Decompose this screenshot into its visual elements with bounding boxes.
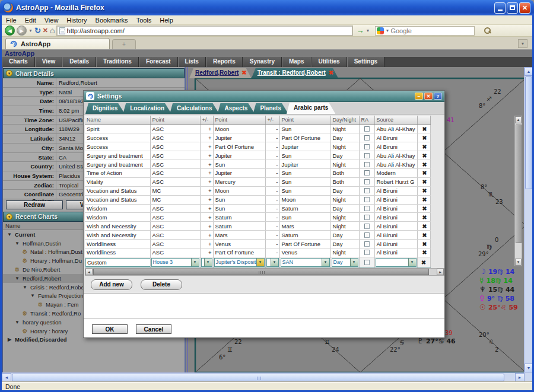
arabic-part-row[interactable]: Surgery and treatmentASC+Jupiter-SunDayA… [85, 151, 430, 160]
table-scroll-right-icon[interactable]: ► [437, 269, 444, 275]
arabic-part-row[interactable]: WisdomASC+Sun-SaturnDayAl Biruni✖ [85, 204, 430, 213]
delete-button[interactable]: Delete [141, 279, 182, 290]
scroll-up-icon[interactable]: ▲ [525, 67, 533, 76]
arabic-part-row[interactable]: SuccessASC+Part Of Fortune-JupiterNightA… [85, 142, 430, 151]
settings-tab-aspects[interactable]: Aspects [218, 103, 255, 114]
delete-row-icon[interactable]: ✖ [417, 222, 430, 231]
chart-gear-icon[interactable]: ⚙ [22, 248, 28, 255]
search-engine-dropdown-icon[interactable]: ▼ [385, 28, 389, 33]
collapse-icon[interactable]: ▼ [6, 213, 12, 220]
settings-tab-arabic-parts[interactable]: Arabic parts [287, 103, 335, 114]
history-dropdown-icon[interactable]: ▼ [28, 28, 33, 33]
ok-button[interactable]: OK [92, 324, 128, 334]
minimize-button[interactable] [494, 2, 506, 14]
back-button[interactable]: ◀ [5, 26, 15, 36]
delete-row-icon[interactable]: ✖ [417, 257, 430, 267]
app-menu-maps[interactable]: Maps [282, 57, 312, 67]
tab-list-dropdown-icon[interactable]: ▼ [518, 39, 527, 48]
ra-checkbox[interactable] [364, 162, 370, 167]
ra-checkbox[interactable] [364, 126, 370, 132]
arabic-part-row[interactable]: WorldlinessASC+Venus-Part Of FortuneDayA… [85, 240, 430, 248]
app-menu-traditions[interactable]: Traditions [96, 57, 139, 67]
column-header[interactable]: +/- [265, 116, 279, 125]
new-tab-button[interactable]: + [112, 39, 136, 49]
home-icon[interactable]: ⌂ [50, 26, 55, 36]
delete-row-icon[interactable]: ✖ [417, 125, 430, 133]
expanded-arrow-icon[interactable]: ▼ [7, 232, 12, 237]
ra-checkbox[interactable] [364, 215, 370, 220]
vertical-scroll-thumb[interactable] [525, 77, 532, 189]
go-button[interactable]: → [354, 26, 364, 35]
arabic-part-row[interactable]: Time of ActionASC+Jupiter-SunBothModern✖ [85, 168, 430, 177]
column-header[interactable]: RA [359, 116, 374, 125]
browser-tab-astroapp[interactable]: AstroApp [5, 38, 110, 49]
app-menu-forecast[interactable]: Forecast [139, 57, 178, 67]
browser-vertical-scrollbar[interactable]: ▲ ▼ [524, 67, 532, 372]
ra-checkbox[interactable] [364, 197, 370, 202]
table-vertical-scrollbar[interactable]: ▲ ▼ [514, 116, 522, 266]
arabic-part-row[interactable]: SuccessASC+Jupiter-Part Of FortuneDayAl … [85, 133, 430, 142]
custom-source-select[interactable]: ▼ [376, 258, 417, 267]
ra-checkbox[interactable] [364, 153, 370, 158]
ra-checkbox[interactable] [364, 179, 370, 184]
arabic-part-row[interactable]: VitalityASC+Mercury-SunBothRobert Hurzt … [85, 177, 430, 186]
expanded-arrow-icon[interactable]: ▼ [14, 241, 20, 246]
dropdown-arrow-icon[interactable]: ▼ [322, 259, 329, 266]
app-menu-details[interactable]: Details [62, 57, 96, 67]
app-menu-synastry[interactable]: Synastry [243, 57, 282, 67]
settings-tab-localization[interactable]: Localization [123, 103, 171, 114]
column-header[interactable]: Point [213, 116, 265, 125]
arabic-part-row[interactable]: Vocation and StatusMC+Moon-SunDayAl Biru… [85, 186, 430, 195]
delete-row-icon[interactable]: ✖ [417, 195, 430, 204]
chart-gear-icon[interactable]: ⚙ [22, 328, 28, 334]
arabic-part-row[interactable]: Surgery and treatmentASC+Sun-JupiterNigh… [85, 160, 430, 169]
custom-ra-checkbox[interactable] [364, 260, 370, 265]
browser-menu-edit[interactable]: Edit [21, 16, 40, 24]
column-header[interactable]: Name [85, 116, 150, 125]
forward-button[interactable]: ▶ [17, 26, 27, 36]
app-menu-charts[interactable]: Charts [2, 57, 35, 67]
table-scroll-left-icon[interactable]: ◄ [85, 269, 93, 275]
custom-plusminus2-select[interactable]: ▼ [266, 258, 279, 267]
delete-row-icon[interactable]: ✖ [417, 186, 430, 195]
url-bar[interactable] [57, 26, 352, 36]
maximize-button[interactable] [507, 2, 518, 14]
table-scroll-up-icon[interactable]: ▲ [515, 116, 522, 123]
dropdown-arrow-icon[interactable]: ▼ [271, 259, 278, 266]
delete-row-icon[interactable]: ✖ [417, 151, 430, 160]
settings-tab-dignities[interactable]: Dignities [85, 103, 125, 114]
dialog-help-button[interactable]: ? [434, 93, 442, 100]
custom-daynight-select[interactable]: Day▼ [332, 258, 358, 267]
delete-row-icon[interactable]: ✖ [417, 213, 430, 222]
delete-row-icon[interactable]: ✖ [417, 240, 430, 248]
scroll-down-icon[interactable]: ▼ [525, 364, 533, 372]
expanded-arrow-icon[interactable]: ▼ [14, 276, 20, 281]
delete-row-icon[interactable]: ✖ [417, 248, 430, 257]
custom-row[interactable]: House 3▼▼Jupiter's Dispositor▼▼SAN▼Day▼▼… [85, 257, 430, 267]
app-menu-utilities[interactable]: Utilities [312, 57, 347, 67]
arabic-part-row[interactable]: Vocation and StatusMC+Sun-MoonNightAl Bi… [85, 195, 430, 204]
column-header[interactable]: Source [374, 116, 417, 125]
custom-plusminus1-select[interactable]: ▼ [201, 258, 212, 267]
delete-row-icon[interactable]: ✖ [417, 133, 430, 142]
browser-menu-tools[interactable]: Tools [132, 16, 156, 24]
column-header[interactable]: +/- [200, 116, 213, 125]
expanded-arrow-icon[interactable]: ▼ [30, 293, 36, 298]
chart-gear-icon[interactable]: ⚙ [22, 257, 28, 264]
collapse-icon[interactable]: ▼ [6, 70, 12, 77]
stop-icon[interactable]: ✕ [43, 26, 48, 36]
collapsed-arrow-icon[interactable]: ▶ [7, 337, 12, 342]
app-menu-settings[interactable]: Settings [347, 57, 384, 67]
delete-row-icon[interactable]: ✖ [417, 231, 430, 240]
close-chart-icon[interactable]: ✖ [329, 69, 333, 78]
scroll-right-icon[interactable]: ► [515, 373, 525, 382]
column-header[interactable]: Point [150, 116, 200, 125]
delete-row-icon[interactable]: ✖ [417, 142, 430, 151]
browser-menu-file[interactable]: File [2, 16, 21, 24]
browser-menu-view[interactable]: View [40, 16, 63, 24]
browser-menu-help[interactable]: Help [155, 16, 177, 24]
close-button[interactable]: ✕ [519, 2, 530, 14]
ra-checkbox[interactable] [364, 232, 370, 238]
app-menu-view[interactable]: View [35, 57, 63, 67]
arabic-part-row[interactable]: WisdomASC+Saturn-SunNightAl Biruni✖ [85, 213, 430, 222]
